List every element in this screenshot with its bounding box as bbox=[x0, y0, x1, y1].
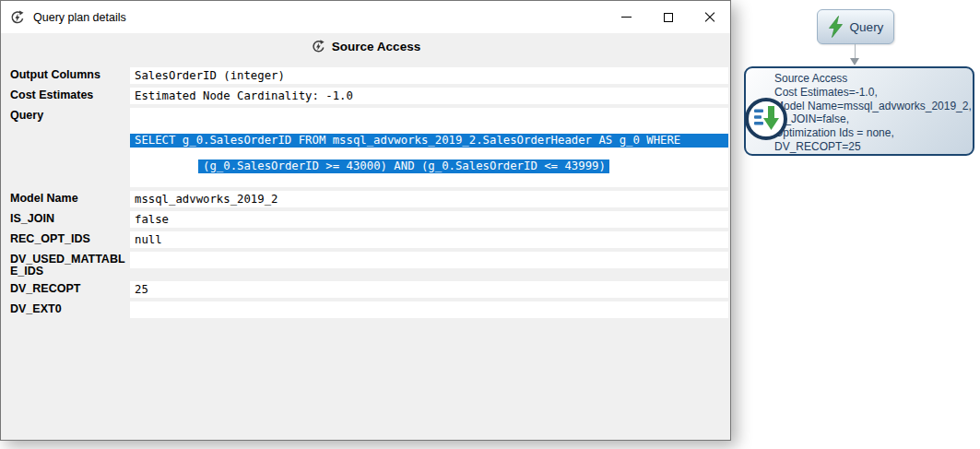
query-plan-root-node[interactable]: Query bbox=[817, 9, 894, 44]
dialog-title: Source Access bbox=[332, 40, 420, 53]
minimize-icon bbox=[621, 17, 632, 18]
property-row-is-join: IS_JOIN false bbox=[10, 211, 728, 228]
data-fetch-circle-icon bbox=[743, 96, 789, 142]
property-value-field[interactable]: Estimated Node Cardinality: -1.0 bbox=[130, 88, 728, 104]
property-value-field[interactable] bbox=[130, 301, 728, 318]
property-value-field[interactable]: false bbox=[130, 211, 728, 228]
query-node-label: Query bbox=[850, 20, 884, 34]
maximize-button[interactable] bbox=[647, 1, 689, 33]
property-row-query: Query SELECT g_0.SalesOrderID FROM mssql… bbox=[10, 108, 728, 187]
property-label: Model Name bbox=[10, 191, 130, 205]
query-selected-text-line1[interactable]: SELECT g_0.SalesOrderID FROM mssql_advwo… bbox=[130, 134, 728, 148]
node-detail: Optimization Ids = none, bbox=[774, 126, 969, 140]
property-label: IS_JOIN bbox=[10, 211, 130, 225]
window-controls bbox=[606, 1, 730, 33]
property-label: DV_RECOPT bbox=[10, 281, 130, 295]
node-detail: IS_JOIN=false, bbox=[774, 112, 969, 126]
node-detail: DV_RECOPT=25 bbox=[774, 140, 969, 154]
lightning-bolt-icon bbox=[828, 16, 844, 38]
node-detail: Cost Estimates=-1.0, bbox=[774, 86, 969, 100]
source-access-refresh-bolt-icon bbox=[311, 39, 326, 54]
titlebar[interactable]: Query plan details bbox=[1, 1, 730, 33]
connector-line bbox=[855, 44, 856, 59]
property-label: DV_USED_MATTABLE_IDS bbox=[10, 252, 130, 278]
minimize-button[interactable] bbox=[606, 1, 647, 33]
window-title: Query plan details bbox=[33, 11, 126, 24]
property-row-rec-opt-ids: REC_OPT_IDS null bbox=[10, 231, 728, 248]
property-row-dv-recopt: DV_RECOPT 25 bbox=[10, 281, 728, 298]
property-label: DV_EXT0 bbox=[10, 301, 130, 315]
maximize-icon bbox=[664, 13, 673, 22]
node-title: Source Access bbox=[774, 72, 969, 86]
property-value-field[interactable]: mssql_advworks_2019_2 bbox=[130, 191, 728, 207]
property-label: Cost Estimates bbox=[10, 88, 130, 101]
property-row-dv-used-mattable-ids: DV_USED_MATTABLE_IDS bbox=[10, 252, 728, 278]
query-selected-text-line2[interactable]: (g_0.SalesOrderID >= 43000) AND (g_0.Sal… bbox=[198, 160, 609, 173]
property-value-field[interactable]: 25 bbox=[130, 281, 728, 298]
down-arrow-icon bbox=[850, 58, 859, 65]
property-value-field[interactable] bbox=[130, 252, 728, 268]
property-value-field[interactable]: null bbox=[130, 231, 728, 248]
close-icon bbox=[704, 12, 715, 23]
property-grid: Output Columns SalesOrderID (integer) Co… bbox=[1, 59, 730, 318]
query-value-field[interactable]: SELECT g_0.SalesOrderID FROM mssql_advwo… bbox=[130, 108, 728, 187]
property-label: Output Columns bbox=[10, 67, 130, 81]
property-label: REC_OPT_IDS bbox=[10, 231, 130, 245]
query-plan-refresh-bolt-icon bbox=[9, 9, 26, 26]
dialog-header: Source Access bbox=[1, 33, 730, 59]
node-detail: Model Name=mssql_advworks_2019_2, bbox=[774, 100, 969, 113]
property-row-dv-ext0: DV_EXT0 bbox=[10, 301, 728, 318]
property-value-field[interactable]: SalesOrderID (integer) bbox=[130, 67, 728, 84]
property-label: Query bbox=[10, 108, 130, 122]
property-row-cost-estimates: Cost Estimates Estimated Node Cardinalit… bbox=[10, 88, 728, 104]
property-row-output-columns: Output Columns SalesOrderID (integer) bbox=[10, 67, 728, 84]
screen: Query plan details Source Access Output … bbox=[0, 0, 980, 449]
property-row-model-name: Model Name mssql_advworks_2019_2 bbox=[10, 191, 728, 207]
query-plan-details-dialog: Query plan details Source Access Output … bbox=[0, 0, 731, 441]
close-button[interactable] bbox=[689, 1, 730, 33]
